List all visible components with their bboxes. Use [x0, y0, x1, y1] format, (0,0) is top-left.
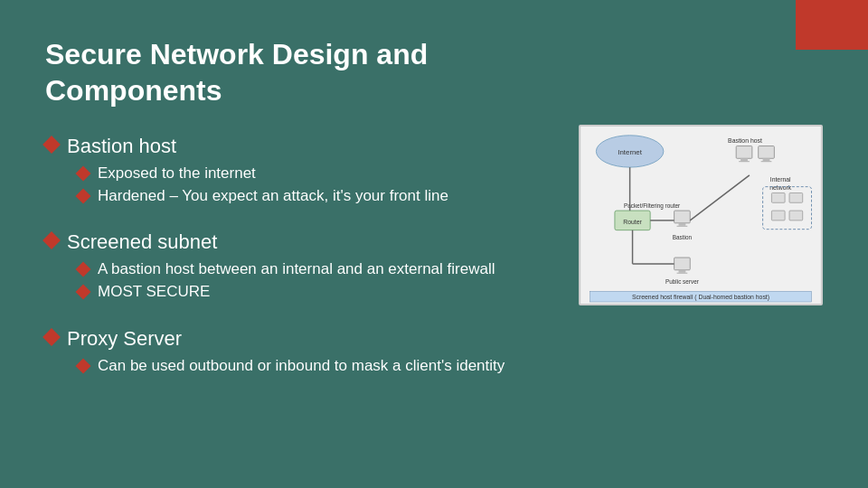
svg-rect-7: [759, 146, 775, 159]
network-diagram: Internet Bastion host Internal network P…: [579, 125, 823, 305]
diamond-icon: [42, 328, 61, 346]
bullet-screened-subnet: Screened subnet: [45, 230, 561, 256]
hardened-label: Hardened – You expect an attack, it's yo…: [98, 186, 448, 207]
svg-rect-8: [763, 158, 770, 161]
diamond-icon: [42, 136, 61, 154]
svg-text:Public server: Public server: [665, 278, 700, 285]
section-bastion-host: Bastion host Exposed to the internet Har…: [45, 134, 561, 208]
content-area: Bastion host Exposed to the internet Har…: [45, 134, 823, 394]
svg-rect-23: [679, 270, 686, 273]
mask-identity-label: Can be used outbound or inbound to mask …: [98, 356, 505, 377]
svg-text:Internal: Internal: [770, 176, 791, 183]
svg-rect-32: [771, 211, 785, 221]
svg-text:Packet/Filtering router: Packet/Filtering router: [624, 202, 681, 210]
section-screened-subnet: Screened subnet A bastion host between a…: [45, 230, 561, 304]
svg-text:Internet: Internet: [618, 148, 642, 156]
section-proxy-server: Proxy Server Can be used outbound or inb…: [45, 326, 561, 379]
svg-rect-18: [677, 226, 688, 227]
screened-subnet-label: Screened subnet: [67, 230, 217, 256]
bullet-most-secure: MOST SECURE: [78, 282, 561, 303]
bullet-bastion-host: Bastion host: [45, 134, 561, 160]
svg-rect-9: [761, 161, 772, 162]
svg-text:Router: Router: [623, 219, 642, 225]
svg-text:Bastion host: Bastion host: [728, 137, 762, 144]
diamond-icon: [76, 188, 91, 203]
most-secure-label: MOST SECURE: [98, 282, 210, 303]
slide-title: Secure Network Design and Components: [45, 36, 570, 108]
diamond-icon: [42, 232, 61, 250]
bullet-list: Bastion host Exposed to the internet Har…: [45, 134, 561, 394]
svg-rect-30: [771, 193, 785, 203]
bullet-mask-identity: Can be used outbound or inbound to mask …: [78, 356, 561, 377]
proxy-server-label: Proxy Server: [67, 326, 182, 352]
bullet-proxy-server: Proxy Server: [45, 326, 561, 352]
svg-rect-22: [675, 258, 691, 270]
diamond-icon: [76, 285, 91, 300]
svg-rect-33: [789, 211, 803, 221]
svg-text:Bastion: Bastion: [673, 234, 693, 240]
svg-rect-24: [677, 273, 688, 274]
diamond-icon: [76, 358, 91, 373]
bastion-host-label: Bastion host: [67, 134, 176, 160]
bullet-hardened: Hardened – You expect an attack, it's yo…: [78, 186, 561, 207]
bullet-bastion-between: A bastion host between an internal and a…: [78, 259, 561, 280]
svg-rect-4: [736, 146, 752, 159]
svg-text:Screened host firewall ( Dual-: Screened host firewall ( Dual-homed bast…: [632, 294, 769, 301]
svg-rect-16: [675, 211, 691, 223]
diamond-icon: [76, 165, 91, 181]
exposed-label: Exposed to the internet: [98, 164, 256, 184]
diagram-svg: Internet Bastion host Internal network P…: [580, 127, 821, 304]
bullet-exposed: Exposed to the internet: [78, 164, 561, 184]
slide: Secure Network Design and Components Bas…: [0, 0, 868, 488]
svg-rect-17: [679, 223, 686, 226]
diamond-icon: [76, 262, 91, 277]
svg-rect-6: [739, 161, 750, 162]
bastion-between-label: A bastion host between an internal and a…: [98, 259, 495, 280]
svg-rect-31: [789, 193, 803, 203]
accent-block: [796, 0, 868, 50]
svg-rect-5: [741, 158, 748, 161]
